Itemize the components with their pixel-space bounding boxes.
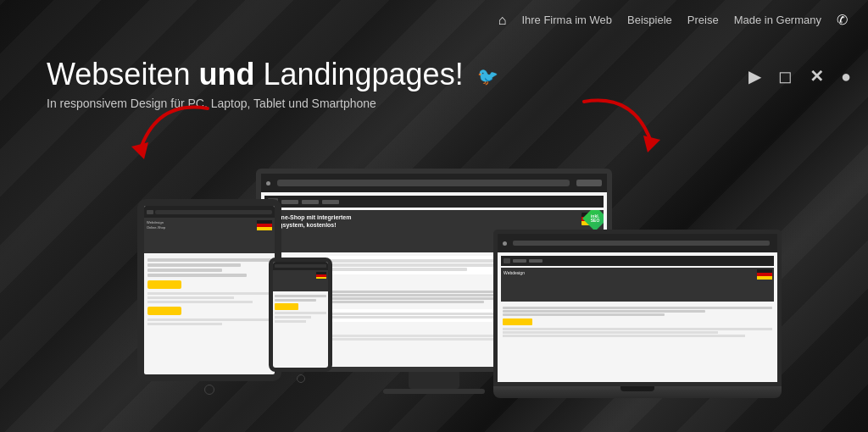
monitor-stand bbox=[409, 372, 459, 389]
xing-icon[interactable]: ✕ bbox=[810, 66, 824, 86]
nav-made-in-germany[interactable]: Made in Germany bbox=[734, 14, 821, 26]
instagram-icon[interactable]: ◻ bbox=[778, 66, 793, 86]
nav-beispiele[interactable]: Beispiele bbox=[627, 14, 672, 26]
whatsapp-icon[interactable]: ● bbox=[841, 67, 851, 86]
svg-marker-1 bbox=[643, 136, 660, 152]
phone-icon[interactable]: ✆ bbox=[837, 12, 848, 28]
laptop-device: Webdesign bbox=[493, 230, 782, 398]
tablet-device: WebdesignOnline-Shop bbox=[137, 199, 281, 398]
nav-preise[interactable]: Preise bbox=[687, 14, 719, 26]
tablet-home-button bbox=[204, 385, 214, 395]
youtube-icon[interactable]: ▶ bbox=[748, 66, 761, 86]
laptop-screen: Webdesign bbox=[493, 230, 782, 386]
svg-marker-0 bbox=[131, 142, 148, 159]
phone-screen bbox=[269, 258, 332, 372]
arrow-right bbox=[567, 85, 669, 161]
arrow-left bbox=[123, 91, 225, 168]
social-icons-row: ▶ ◻ ✕ ● bbox=[748, 66, 851, 86]
phone-home-button bbox=[297, 374, 305, 383]
hero-section: Webseiten und Landingpages! 🐦 In respons… bbox=[47, 58, 498, 110]
main-nav: ⌂ Ihre Firma im Web Beispiele Preise Mad… bbox=[478, 0, 868, 40]
twitter-inline-icon: 🐦 bbox=[477, 67, 498, 86]
hero-subtitle: In responsivem Design für PC, Laptop, Ta… bbox=[47, 97, 498, 110]
phone-device bbox=[269, 258, 332, 385]
laptop-body bbox=[493, 386, 782, 398]
home-icon[interactable]: ⌂ bbox=[498, 13, 507, 28]
hero-title: Webseiten und Landingpages! 🐦 bbox=[47, 58, 498, 91]
nav-ihre-firma[interactable]: Ihre Firma im Web bbox=[521, 14, 612, 26]
tablet-screen: WebdesignOnline-Shop bbox=[137, 199, 281, 381]
monitor-base bbox=[383, 389, 485, 394]
